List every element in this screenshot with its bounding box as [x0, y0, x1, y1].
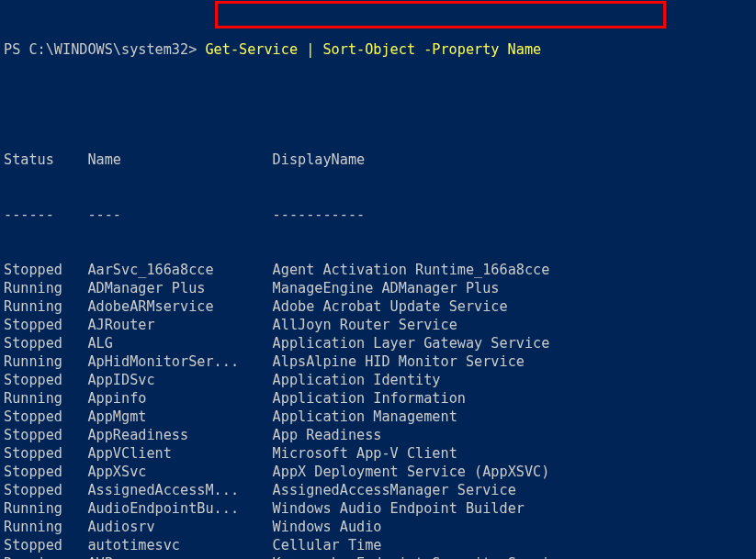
service-name: ALG — [87, 334, 272, 352]
service-row: Stopped ALG Application Layer Gateway Se… — [4, 334, 756, 352]
service-name: AssignedAccessM... — [87, 481, 272, 499]
blank-line — [4, 95, 756, 114]
service-name: AdobeARMservice — [87, 297, 272, 316]
service-status: Running — [4, 297, 87, 316]
service-display: Agent Activation Runtime_166a8cce — [273, 261, 550, 279]
service-row: Stopped AppXSvc AppX Deployment Service … — [4, 463, 756, 481]
service-display: Microsoft App-V Client — [273, 444, 457, 463]
service-name: autotimesvc — [87, 536, 272, 554]
service-display: Windows Audio — [273, 518, 382, 536]
powershell-terminal[interactable]: PS C:\WINDOWS\system32> Get-Service | So… — [0, 0, 756, 559]
command-line: PS C:\WINDOWS\system32> Get-Service | So… — [4, 40, 756, 59]
service-status: Stopped — [4, 371, 87, 389]
service-name: ApHidMonitorSer... — [87, 352, 272, 371]
service-status: Stopped — [4, 481, 87, 499]
header-display: DisplayName — [273, 151, 693, 169]
service-row: Stopped AppReadiness App Readiness — [4, 426, 756, 444]
service-row: Running Appinfo Application Information — [4, 389, 756, 408]
prompt-text: PS C:\WINDOWS\system32> — [4, 41, 205, 58]
service-name: Appinfo — [87, 389, 272, 408]
service-display: AssignedAccessManager Service — [273, 481, 516, 499]
service-display: AlpsAlpine HID Monitor Service — [273, 352, 525, 371]
service-status: Stopped — [4, 444, 87, 463]
service-status: Running — [4, 389, 87, 408]
service-row: Running ADManager Plus ManageEngine ADMa… — [4, 279, 756, 297]
service-status: Running — [4, 279, 87, 297]
service-row: Running AdobeARMservice Adobe Acrobat Up… — [4, 297, 756, 316]
divider-row: ------ ---- ----------- — [4, 206, 756, 224]
service-status: Stopped — [4, 536, 87, 554]
service-display: Cellular Time — [273, 536, 382, 554]
service-name: Audiosrv — [87, 518, 272, 536]
service-display: AppX Deployment Service (AppXSVC) — [273, 463, 550, 481]
header-status: Status — [4, 151, 87, 169]
service-name: AppXSvc — [87, 463, 272, 481]
service-status: Stopped — [4, 408, 87, 426]
service-display: Application Information — [273, 389, 466, 408]
service-row: Stopped AssignedAccessM... AssignedAcces… — [4, 481, 756, 499]
service-display: Application Layer Gateway Service — [273, 334, 550, 352]
header-row: Status Name DisplayName — [4, 151, 756, 169]
service-status: Stopped — [4, 334, 87, 352]
service-status: Running — [4, 518, 87, 536]
service-row: Running ApHidMonitorSer... AlpsAlpine HI… — [4, 352, 756, 371]
service-display: AllJoyn Router Service — [273, 316, 457, 334]
service-name: AppIDSvc — [87, 371, 272, 389]
service-name: ADManager Plus — [87, 279, 272, 297]
service-status: Running — [4, 352, 87, 371]
service-row: Stopped AarSvc_166a8cce Agent Activation… — [4, 261, 756, 279]
service-row: Running AVP Kaspersky Endpoint Security … — [4, 554, 756, 559]
service-display: Application Identity — [273, 371, 441, 389]
command-text: Get-Service | Sort-Object -Property Name — [205, 41, 541, 58]
divider-status: ------ — [4, 206, 87, 224]
service-name: AppMgmt — [87, 408, 272, 426]
service-row: Stopped autotimesvc Cellular Time — [4, 536, 756, 554]
service-row: Stopped AJRouter AllJoyn Router Service — [4, 316, 756, 334]
divider-name: ---- — [87, 206, 272, 224]
service-display: Windows Audio Endpoint Builder — [273, 499, 525, 518]
divider-display: ----------- — [273, 206, 693, 224]
service-display: Application Management — [273, 408, 457, 426]
service-name: AppReadiness — [87, 426, 272, 444]
service-row: Running Audiosrv Windows Audio — [4, 518, 756, 536]
service-display: ManageEngine ADManager Plus — [273, 279, 500, 297]
service-status: Stopped — [4, 261, 87, 279]
service-status: Stopped — [4, 426, 87, 444]
service-name: AudioEndpointBu... — [87, 499, 272, 518]
service-name: AVP — [87, 554, 272, 559]
service-display: App Readiness — [273, 426, 382, 444]
service-status: Stopped — [4, 316, 87, 334]
service-name: AppVClient — [87, 444, 272, 463]
service-status: Stopped — [4, 463, 87, 481]
service-row: Stopped AppIDSvc Application Identity — [4, 371, 756, 389]
service-row: Running AudioEndpointBu... Windows Audio… — [4, 499, 756, 518]
service-status: Running — [4, 554, 87, 559]
service-name: AJRouter — [87, 316, 272, 334]
service-row: Stopped AppMgmt Application Management — [4, 408, 756, 426]
header-name: Name — [87, 151, 272, 169]
service-status: Running — [4, 499, 87, 518]
service-row: Stopped AppVClient Microsoft App-V Clien… — [4, 444, 756, 463]
service-display: Kaspersky Endpoint Security Service — [273, 554, 567, 559]
service-name: AarSvc_166a8cce — [87, 261, 272, 279]
service-display: Adobe Acrobat Update Service — [273, 297, 508, 316]
